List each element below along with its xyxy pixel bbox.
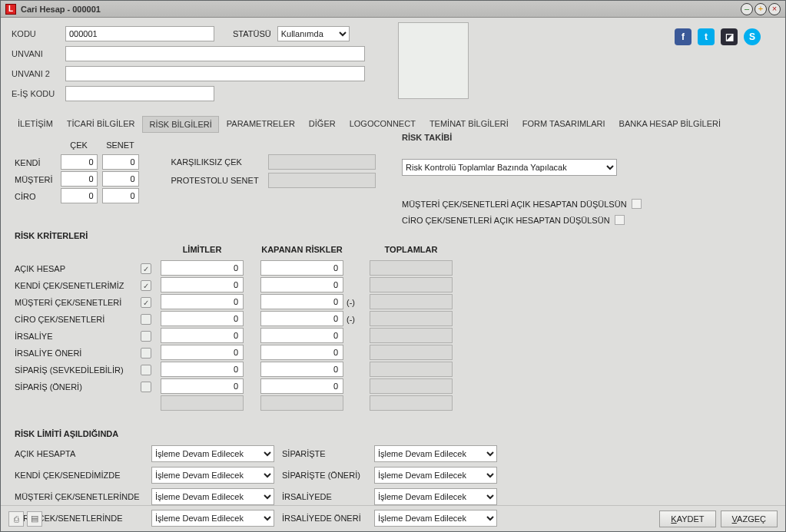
tab-banka[interactable]: BANKA HESAP BİLGİLERİ — [613, 116, 727, 133]
kapanan-r1[interactable] — [260, 260, 343, 276]
rk-acik-hesap-label: AÇIK HESAP — [15, 264, 65, 273]
rk-ciro-ceksenet-checkbox[interactable] — [141, 314, 151, 325]
rl-sipariste-oneri-label: SİPARİŞTE (ÖNERİ) — [282, 471, 374, 480]
unvani2-label: UNVANI 2 — [12, 69, 65, 78]
limit-r1[interactable] — [161, 260, 244, 276]
rk-acik-hesap-checkbox[interactable] — [141, 263, 151, 274]
unvani-label: UNVANI — [12, 49, 65, 58]
status-select[interactable]: Kullanımda — [277, 26, 350, 41]
rl-irsaliyede-label: İRSALİYEDE — [282, 492, 374, 501]
rl-acik-hesapta-label: AÇIK HESAPTA — [15, 449, 151, 458]
photo-placeholder[interactable] — [398, 22, 469, 99]
footer: ⎙ ▤ KAYDET VAZGEÇ — [1, 505, 785, 531]
musteri-cek-dusulsun-checkbox[interactable] — [632, 199, 642, 209]
cek-senet-block: KENDİ MÜŞTERİ CİRO ÇEK SENET — [15, 140, 771, 205]
kapanan-r6[interactable] — [260, 345, 343, 360]
limit-r3[interactable] — [161, 294, 244, 309]
musteri-cek-input[interactable] — [61, 171, 98, 187]
unvani2-input[interactable] — [65, 66, 365, 81]
kodu-input[interactable] — [65, 26, 214, 41]
limit-r8[interactable] — [161, 378, 244, 394]
toplam-r3 — [370, 294, 453, 309]
window-buttons: – + × — [741, 3, 781, 15]
maximize-icon[interactable]: + — [754, 3, 767, 15]
titlebar: L Cari Hesap - 000001 – + × — [1, 1, 785, 18]
kapanan-header: KAPANAN RİSKLER — [261, 245, 343, 260]
tab-iletisim[interactable]: İLETİŞİM — [12, 116, 59, 133]
rl-musteri-ceksenet-select[interactable]: İşleme Devam Edilecek — [151, 488, 274, 505]
rl-irsaliyede-select[interactable]: İşleme Devam Edilecek — [374, 488, 497, 505]
rk-kendi-ceksenet-checkbox[interactable] — [141, 280, 151, 291]
rl-sipariste-select[interactable]: İşleme Devam Edilecek — [374, 445, 497, 462]
cs-ciro-label: CİRO — [15, 188, 53, 205]
tab-risk[interactable]: RİSK BİLGİLERİ — [142, 116, 218, 133]
rl-kendi-ceksenet-label: KENDİ ÇEK/SENEDİMİZDE — [15, 471, 151, 480]
status-label: STATÜSÜ — [233, 29, 271, 38]
rl-acik-hesapta-select[interactable]: İşleme Devam Edilecek — [151, 445, 274, 462]
tab-logoconnect[interactable]: LOGOCONNECT — [343, 116, 422, 133]
tab-body: KENDİ MÜŞTERİ CİRO ÇEK SENET — [12, 133, 774, 527]
protestolu-senet-field — [268, 173, 376, 188]
toplam-r4 — [370, 311, 453, 326]
kapanan-r8[interactable] — [260, 378, 343, 394]
save-button[interactable]: KAYDET — [659, 511, 715, 527]
toplam-r5 — [370, 328, 453, 343]
limit-r4[interactable] — [161, 311, 244, 326]
risk-takibi-block: RİSK TAKİBİ Risk Kontrolü Toplamlar Bazı… — [402, 133, 642, 225]
kendi-senet-input[interactable] — [102, 154, 139, 170]
close-icon[interactable]: × — [768, 3, 781, 15]
kapanan-r5[interactable] — [260, 328, 343, 343]
eis-input[interactable] — [65, 86, 214, 101]
rk-musteri-ceksenet-checkbox[interactable] — [141, 297, 151, 308]
gallery-icon[interactable]: ◪ — [721, 28, 738, 45]
document-icon[interactable]: ▤ — [27, 511, 42, 527]
limit-r7[interactable] — [161, 362, 244, 377]
ciro-cek-input[interactable] — [61, 188, 98, 203]
rl-sipariste-oneri-select[interactable]: İşleme Devam Edilecek — [374, 467, 497, 484]
rk-musteri-ceksenet-label: MÜŞTERİ ÇEK/SENETLERİ — [15, 298, 121, 307]
facebook-icon[interactable]: f — [675, 28, 691, 45]
tab-form[interactable]: FORM TASARIMLARI — [516, 116, 612, 133]
rk-irsaliye-oneri-label: İRSALİYE ÖNERİ — [15, 349, 81, 358]
tab-ticari[interactable]: TİCARİ BİLGİLER — [61, 116, 141, 133]
minimize-icon[interactable]: – — [741, 3, 753, 15]
musteri-senet-input[interactable] — [102, 171, 139, 187]
limit-r6[interactable] — [161, 345, 244, 360]
risk-takibi-title: RİSK TAKİBİ — [402, 133, 642, 142]
limit-r5[interactable] — [161, 328, 244, 343]
ciro-cek-dusulsun-checkbox[interactable] — [615, 215, 625, 225]
tab-parametreler[interactable]: PARAMETRELER — [221, 116, 301, 133]
risk-takibi-select[interactable]: Risk Kontrolü Toplamlar Bazında Yapılaca… — [402, 159, 617, 176]
toplam-total — [370, 395, 453, 411]
skype-icon[interactable]: S — [744, 28, 761, 45]
twitter-icon[interactable]: t — [698, 28, 715, 45]
eis-label: E-İŞ KODU — [12, 89, 65, 98]
unvani-input[interactable] — [65, 46, 365, 61]
kapanan-r3[interactable] — [260, 294, 343, 309]
tab-diger[interactable]: DİĞER — [303, 116, 342, 133]
minus-indicator-2: (-) — [347, 311, 359, 328]
tabs: İLETİŞİM TİCARİ BİLGİLER RİSK BİLGİLERİ … — [12, 116, 774, 133]
rk-kendi-ceksenet-label: KENDİ ÇEK/SENETLERİMİZ — [15, 281, 124, 290]
rk-siparis-sevk-checkbox[interactable] — [141, 365, 151, 375]
rk-irsaliye-oneri-checkbox[interactable] — [141, 348, 151, 359]
kapanan-r2[interactable] — [260, 277, 343, 292]
rl-sipariste-label: SİPARİŞTE — [282, 449, 374, 458]
cs-musteri-label: MÜŞTERİ — [15, 171, 53, 188]
rk-irsaliye-checkbox[interactable] — [141, 331, 151, 342]
risk-kriterleri-block: RİSK KRİTERLERİ AÇIK HESAP KENDİ ÇEK/SEN… — [15, 231, 771, 412]
print-icon[interactable]: ⎙ — [8, 511, 24, 527]
kodu-label: KODU — [12, 29, 65, 38]
ciro-senet-input[interactable] — [102, 188, 139, 203]
rl-musteri-ceksenet-label: MÜŞTERİ ÇEK/SENETLERİNDE — [15, 492, 151, 501]
kendi-cek-input[interactable] — [61, 154, 98, 170]
limit-r2[interactable] — [161, 277, 244, 292]
cancel-button[interactable]: VAZGEÇ — [721, 511, 778, 527]
senet-header: SENET — [106, 140, 134, 154]
rl-kendi-ceksenet-select[interactable]: İşleme Devam Edilecek — [151, 467, 274, 484]
tab-teminat[interactable]: TEMİNAT BİLGİLERİ — [423, 116, 515, 133]
kapanan-r7[interactable] — [260, 362, 343, 377]
toplam-r1 — [370, 260, 453, 276]
kapanan-r4[interactable] — [260, 311, 343, 326]
rk-siparis-oneri-checkbox[interactable] — [141, 382, 151, 392]
